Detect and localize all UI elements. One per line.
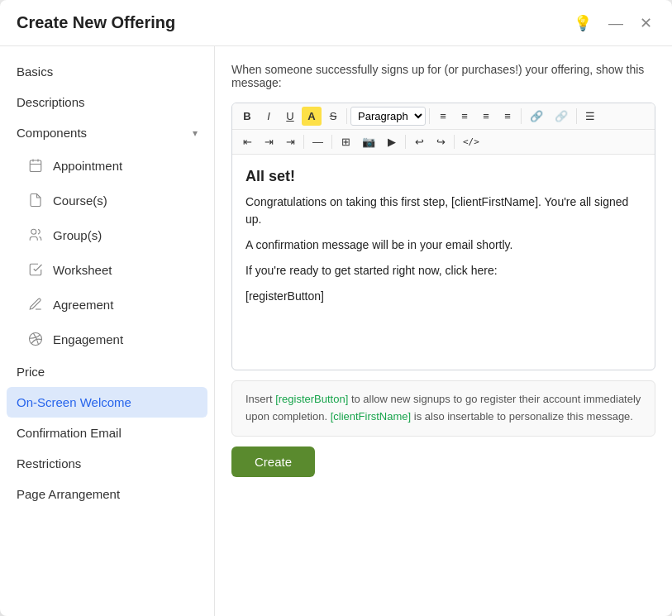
sidebar-item-on-screen-welcome[interactable]: On-Screen Welcome: [7, 387, 207, 418]
appointment-icon: [26, 156, 45, 174]
toolbar-divider-7: [405, 135, 406, 149]
sidebar-item-worksheet[interactable]: Worksheet: [0, 252, 214, 287]
toolbar-divider-3: [521, 108, 522, 124]
create-button[interactable]: Create: [231, 446, 315, 477]
indent-increase-button[interactable]: ⇥: [259, 133, 279, 150]
toolbar-row-2: ⇤ ⇥ ⇥ — ⊞ 📷 ▶ ↩ ↪ </>: [232, 130, 655, 155]
rich-text-editor: B I U A S Paragraph Heading 1 Heading 2 …: [231, 103, 655, 370]
groups-icon: [26, 226, 45, 244]
header-icons: 💡 — ✕: [570, 14, 655, 32]
svg-point-4: [31, 229, 36, 234]
video-button[interactable]: ▶: [382, 133, 402, 150]
highlight-button[interactable]: A: [302, 107, 322, 126]
align-center-button[interactable]: ≡: [455, 107, 474, 126]
editor-para-1: Congratulations on taking this first ste…: [245, 193, 641, 228]
sidebar-item-label: Worksheet: [53, 263, 112, 277]
sidebar-item-appointment[interactable]: Appointment: [0, 148, 214, 183]
undo-button[interactable]: ↩: [409, 133, 429, 150]
chevron-down-icon: ▾: [193, 127, 198, 139]
svg-rect-0: [30, 160, 41, 172]
sidebar-item-confirmation-email[interactable]: Confirmation Email: [0, 418, 214, 448]
editor-heading: All set!: [245, 168, 641, 185]
sidebar-item-descriptions[interactable]: Descriptions: [0, 87, 214, 117]
client-name-tag: [clientFirstName]: [331, 410, 412, 423]
image-button[interactable]: 📷: [357, 133, 380, 150]
table-button[interactable]: ⊞: [336, 133, 355, 150]
sidebar-item-label: Basics: [17, 64, 53, 79]
engagement-icon: [26, 330, 45, 348]
bold-button[interactable]: B: [237, 107, 257, 126]
sidebar-item-agreement[interactable]: Agreement: [0, 287, 214, 322]
underline-button[interactable]: U: [280, 107, 300, 126]
justify-button[interactable]: ≡: [498, 107, 517, 126]
sidebar-item-label: Group(s): [53, 228, 102, 242]
editor-register-button: [registerButton]: [245, 288, 641, 305]
sidebar-item-components[interactable]: Components ▾: [0, 117, 214, 148]
editor-content[interactable]: All set! Congratulations on taking this …: [232, 155, 655, 370]
sidebar-item-label: Appointment: [53, 159, 122, 173]
sidebar-item-basics[interactable]: Basics: [0, 56, 214, 87]
sidebar-item-label: Price: [17, 365, 45, 379]
create-offering-modal: Create New Offering 💡 — ✕ Basics Descrip…: [0, 0, 672, 616]
toolbar-divider-5: [303, 135, 304, 149]
strikethrough-button[interactable]: S: [323, 107, 343, 126]
sidebar-item-page-arrangement[interactable]: Page Arrangement: [0, 479, 214, 509]
hint-box: Insert [registerButton] to allow new sig…: [231, 380, 655, 437]
hr-button[interactable]: —: [307, 133, 328, 150]
sidebar-item-label: On-Screen Welcome: [17, 395, 131, 409]
hint-icon[interactable]: 💡: [570, 14, 595, 32]
hint-text-after: is also insertable to personalize this m…: [411, 410, 633, 423]
close-button[interactable]: ✕: [636, 14, 655, 32]
toolbar-divider-6: [331, 135, 332, 149]
sidebar-section-label: Components: [17, 126, 87, 140]
courses-icon: [26, 191, 45, 209]
modal-body: Basics Descriptions Components ▾ Appoint…: [0, 46, 672, 616]
paragraph-select[interactable]: Paragraph Heading 1 Heading 2 Heading 3: [350, 107, 426, 126]
minimize-button[interactable]: —: [605, 14, 627, 32]
italic-button[interactable]: I: [259, 107, 279, 126]
sidebar-item-label: Descriptions: [17, 95, 85, 109]
toolbar-row-1: B I U A S Paragraph Heading 1 Heading 2 …: [232, 103, 655, 130]
hint-text-before: Insert: [245, 393, 275, 405]
agreement-icon: [26, 295, 45, 313]
sidebar-item-label: Page Arrangement: [17, 487, 120, 501]
register-button-tag: [registerButton]: [275, 393, 348, 405]
sidebar-item-label: Course(s): [53, 193, 107, 208]
unlink-button[interactable]: 🔗: [550, 107, 573, 126]
list-button[interactable]: ☰: [580, 107, 600, 126]
align-left-button[interactable]: ≡: [433, 107, 453, 126]
sidebar-item-label: Engagement: [53, 332, 123, 346]
link-button[interactable]: 🔗: [525, 107, 548, 126]
worksheet-icon: [26, 260, 45, 279]
editor-para-2: A confirmation message will be in your e…: [245, 236, 641, 254]
align-right-button[interactable]: ≡: [476, 107, 496, 126]
content-area: When someone successfully signs up for (…: [215, 46, 672, 616]
sidebar-item-label: Restrictions: [17, 456, 81, 470]
modal-title: Create New Offering: [17, 13, 175, 32]
editor-para-3: If you're ready to get started right now…: [245, 262, 641, 279]
toolbar-divider-4: [576, 108, 577, 124]
toolbar-divider-1: [346, 108, 347, 124]
text-align-button[interactable]: ⇥: [280, 133, 300, 150]
sidebar: Basics Descriptions Components ▾ Appoint…: [0, 46, 215, 616]
source-button[interactable]: </>: [458, 133, 484, 150]
sidebar-item-restrictions[interactable]: Restrictions: [0, 448, 214, 479]
sidebar-item-groups[interactable]: Group(s): [0, 217, 214, 252]
intro-text: When someone successfully signs up for (…: [231, 63, 655, 89]
sidebar-item-price[interactable]: Price: [0, 356, 214, 387]
sidebar-item-courses[interactable]: Course(s): [0, 183, 214, 217]
toolbar-divider-8: [454, 135, 455, 149]
toolbar-divider-2: [429, 108, 430, 124]
sidebar-item-engagement[interactable]: Engagement: [0, 322, 214, 356]
sidebar-item-label: Agreement: [53, 298, 113, 312]
sidebar-item-label: Confirmation Email: [17, 426, 122, 440]
indent-decrease-button[interactable]: ⇤: [237, 133, 257, 150]
modal-header: Create New Offering 💡 — ✕: [0, 0, 672, 46]
redo-button[interactable]: ↪: [431, 133, 450, 150]
